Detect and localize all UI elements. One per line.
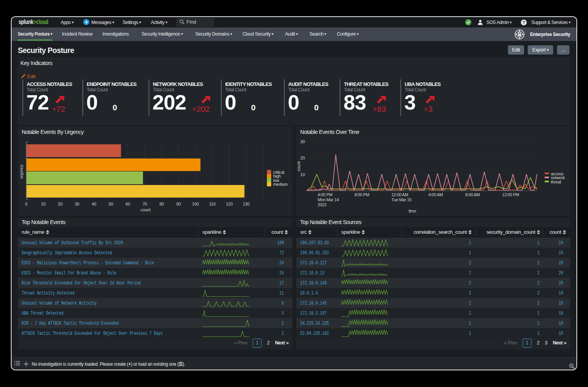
- svg-text:40: 40: [92, 202, 96, 206]
- svg-text:80: 80: [159, 202, 164, 206]
- svg-text:time: time: [409, 209, 416, 213]
- svg-text:12:00 AM: 12:00 AM: [391, 192, 409, 197]
- svg-text:4:00 AM: 4:00 AM: [428, 192, 443, 197]
- svg-text:Tue Mar 15: Tue Mar 15: [391, 197, 412, 202]
- svg-text:urgency: urgency: [19, 164, 24, 179]
- svg-text:0: 0: [25, 202, 27, 206]
- svg-text:120: 120: [226, 202, 233, 206]
- svg-text:50: 50: [109, 202, 113, 206]
- svg-text:8:00 PM: 8:00 PM: [354, 192, 369, 197]
- svg-text:4:00 PM: 4:00 PM: [318, 192, 332, 197]
- svg-text:10: 10: [300, 172, 305, 177]
- svg-text:20: 20: [58, 202, 63, 206]
- svg-text:count: count: [296, 161, 301, 171]
- svg-text:70: 70: [142, 202, 147, 206]
- svg-text:threat: threat: [551, 180, 561, 184]
- svg-text:2022: 2022: [318, 202, 326, 207]
- svg-text:?: ?: [523, 20, 525, 25]
- svg-text:130: 130: [243, 202, 250, 206]
- svg-text:60: 60: [125, 202, 130, 206]
- svg-text:8:00 AM: 8:00 AM: [465, 192, 480, 197]
- svg-text:Mon Mar 14: Mon Mar 14: [318, 197, 339, 202]
- svg-text:count: count: [140, 207, 150, 212]
- svg-text:110: 110: [209, 202, 215, 206]
- svg-text:30: 30: [300, 139, 305, 144]
- svg-text:100: 100: [192, 202, 199, 206]
- svg-text:medium: medium: [273, 182, 287, 187]
- svg-text:10: 10: [41, 202, 46, 206]
- svg-text:30: 30: [75, 202, 79, 206]
- svg-text:90: 90: [176, 202, 181, 206]
- svg-text:20: 20: [300, 156, 305, 160]
- svg-text:12:00 PM: 12:00 PM: [502, 192, 519, 197]
